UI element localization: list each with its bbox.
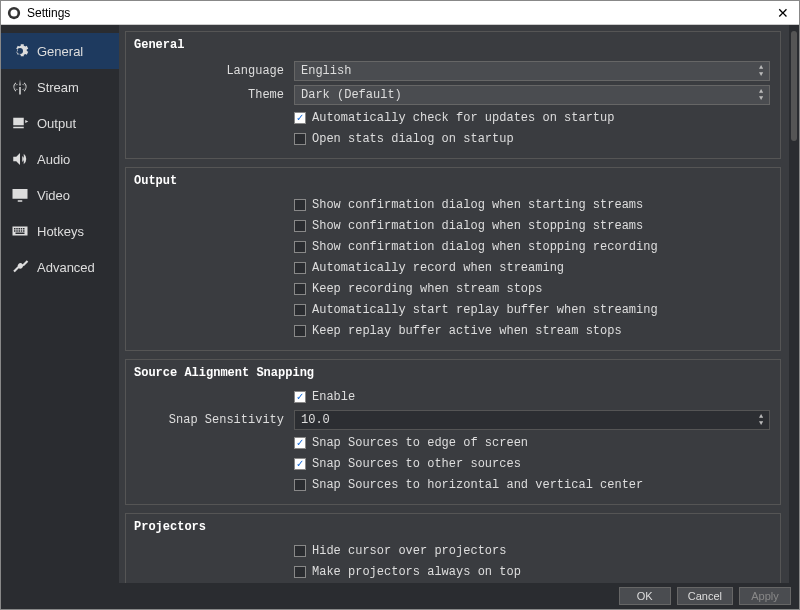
group-title: General bbox=[126, 32, 780, 54]
sidebar-item-hotkeys[interactable]: Hotkeys bbox=[1, 213, 119, 249]
conf-stop-checkbox[interactable] bbox=[294, 220, 306, 232]
group-title: Projectors bbox=[126, 514, 780, 536]
spinner-icon: ▲▼ bbox=[755, 62, 767, 80]
antenna-icon bbox=[11, 78, 29, 96]
snap-center-checkbox[interactable] bbox=[294, 479, 306, 491]
content: General Language English ▲▼ bbox=[119, 25, 789, 583]
sidebar-item-label: Audio bbox=[37, 152, 70, 167]
snap-edge-checkbox[interactable] bbox=[294, 437, 306, 449]
conf-stop-rec-checkbox[interactable] bbox=[294, 241, 306, 253]
close-button[interactable]: ✕ bbox=[773, 5, 793, 21]
sidebar-item-label: Hotkeys bbox=[37, 224, 84, 239]
sidebar-item-advanced[interactable]: Advanced bbox=[1, 249, 119, 285]
group-snapping: Source Alignment Snapping Enable Snap Se… bbox=[125, 359, 781, 505]
sidebar: General Stream Output Audio Video Hotkey… bbox=[1, 25, 119, 583]
tools-icon bbox=[11, 258, 29, 276]
snap-other-checkbox[interactable] bbox=[294, 458, 306, 470]
gear-icon bbox=[11, 42, 29, 60]
snap-sens-input[interactable]: 10.0 ▲▼ bbox=[294, 410, 770, 430]
sidebar-item-video[interactable]: Video bbox=[1, 177, 119, 213]
group-title: Output bbox=[126, 168, 780, 190]
cancel-button[interactable]: Cancel bbox=[677, 587, 733, 605]
spinner-icon: ▲▼ bbox=[755, 86, 767, 104]
always-top-checkbox[interactable] bbox=[294, 566, 306, 578]
sidebar-item-general[interactable]: General bbox=[1, 33, 119, 69]
titlebar: Settings ✕ bbox=[1, 1, 799, 25]
monitor-icon bbox=[11, 186, 29, 204]
sidebar-item-label: Video bbox=[37, 188, 70, 203]
auto-record-checkbox[interactable] bbox=[294, 262, 306, 274]
content-wrap: General Language English ▲▼ bbox=[119, 25, 799, 583]
apply-button[interactable]: Apply bbox=[739, 587, 791, 605]
sidebar-item-stream[interactable]: Stream bbox=[1, 69, 119, 105]
app-icon bbox=[7, 6, 21, 20]
speaker-icon bbox=[11, 150, 29, 168]
hide-cursor-checkbox[interactable] bbox=[294, 545, 306, 557]
footer: OK Cancel Apply bbox=[1, 583, 799, 609]
scrollbar[interactable] bbox=[789, 25, 799, 583]
open-stats-checkbox[interactable] bbox=[294, 133, 306, 145]
group-general: General Language English ▲▼ bbox=[125, 31, 781, 159]
theme-select[interactable]: Dark (Default) ▲▼ bbox=[294, 85, 770, 105]
sidebar-item-audio[interactable]: Audio bbox=[1, 141, 119, 177]
open-stats-label: Open stats dialog on startup bbox=[312, 132, 514, 146]
auto-update-checkbox[interactable] bbox=[294, 112, 306, 124]
language-select[interactable]: English ▲▼ bbox=[294, 61, 770, 81]
svg-point-1 bbox=[11, 9, 18, 16]
group-projectors: Projectors Hide cursor over projectors M… bbox=[125, 513, 781, 583]
group-title: Source Alignment Snapping bbox=[126, 360, 780, 382]
keep-rec-checkbox[interactable] bbox=[294, 283, 306, 295]
sidebar-item-output[interactable]: Output bbox=[1, 105, 119, 141]
auto-update-label: Automatically check for updates on start… bbox=[312, 111, 614, 125]
output-icon bbox=[11, 114, 29, 132]
keep-replay-checkbox[interactable] bbox=[294, 325, 306, 337]
auto-replay-checkbox[interactable] bbox=[294, 304, 306, 316]
window-title: Settings bbox=[27, 6, 773, 20]
keyboard-icon bbox=[11, 222, 29, 240]
language-label: Language bbox=[136, 64, 294, 78]
scrollbar-thumb[interactable] bbox=[791, 31, 797, 141]
sidebar-item-label: General bbox=[37, 44, 83, 59]
conf-start-checkbox[interactable] bbox=[294, 199, 306, 211]
snap-enable-checkbox[interactable] bbox=[294, 391, 306, 403]
spinner-icon: ▲▼ bbox=[755, 411, 767, 429]
window-body: General Stream Output Audio Video Hotkey… bbox=[1, 25, 799, 583]
group-output: Output Show confirmation dialog when sta… bbox=[125, 167, 781, 351]
sidebar-item-label: Output bbox=[37, 116, 76, 131]
sidebar-item-label: Stream bbox=[37, 80, 79, 95]
snap-sens-label: Snap Sensitivity bbox=[136, 413, 294, 427]
settings-window: Settings ✕ General Stream Output Audio bbox=[0, 0, 800, 610]
sidebar-item-label: Advanced bbox=[37, 260, 95, 275]
theme-label: Theme bbox=[136, 88, 294, 102]
ok-button[interactable]: OK bbox=[619, 587, 671, 605]
